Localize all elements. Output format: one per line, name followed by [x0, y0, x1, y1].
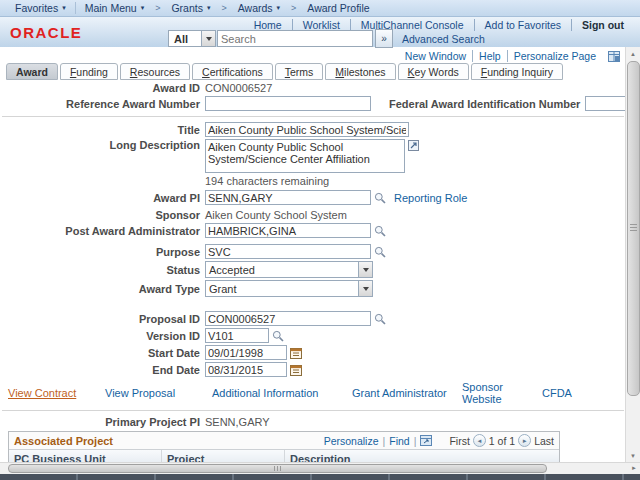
- main-header: ORACLE Home Worklist MultiChannel Consol…: [0, 17, 640, 47]
- end-date-label: End Date: [0, 364, 205, 376]
- add-to-favorites-link[interactable]: Add to Favorites: [475, 19, 572, 31]
- long-description-row: Long Description Aiken County Public Sch…: [0, 139, 626, 173]
- chevron-down-icon: ▾: [141, 4, 145, 12]
- personalize-page-link[interactable]: Personalize Page: [508, 50, 602, 62]
- help-link[interactable]: Help: [473, 50, 508, 62]
- version-id-input[interactable]: [205, 328, 269, 343]
- lookup-icon[interactable]: [374, 313, 386, 325]
- award-id-row: Award ID CON0006527: [0, 82, 626, 94]
- scroll-right-icon[interactable]: ►: [629, 463, 639, 473]
- status-select[interactable]: Accepted: [205, 261, 373, 278]
- vertical-scrollbar[interactable]: ▲ ▼: [625, 47, 640, 463]
- calendar-icon[interactable]: [290, 364, 302, 376]
- federal-award-id-label: Federal Award Identification Number: [371, 98, 585, 110]
- tab-bar: Award Funding Resources Certifications T…: [6, 63, 563, 80]
- version-id-label: Version ID: [0, 330, 205, 342]
- purpose-row: Purpose: [0, 244, 626, 259]
- view-contract-link[interactable]: View Contract: [8, 387, 76, 399]
- oracle-logo: ORACLE: [10, 24, 82, 41]
- personalize-link[interactable]: Personalize: [324, 435, 379, 447]
- divider: [2, 116, 624, 117]
- horizontal-scroll-thumb[interactable]: [8, 464, 547, 473]
- cfda-link[interactable]: CFDA: [542, 387, 572, 399]
- start-date-input[interactable]: [205, 345, 287, 360]
- tab-award[interactable]: Award: [6, 63, 58, 80]
- previous-page-icon[interactable]: ◄: [473, 434, 486, 447]
- chevron-down-icon: ▾: [277, 4, 281, 12]
- tab-resources[interactable]: Resources: [120, 63, 190, 80]
- breadcrumb-grants[interactable]: Grants ▾: [162, 2, 219, 14]
- sponsor-label: Sponsor: [0, 209, 205, 221]
- sponsor-website-link[interactable]: Sponsor Website: [462, 381, 503, 405]
- favorites-label: Favorites: [15, 2, 58, 14]
- award-pi-label: Award PI: [0, 192, 205, 204]
- award-profile-screen: Favorites ▾ Main Menu ▾ > Grants ▾ > Awa…: [0, 0, 640, 480]
- search-input[interactable]: [217, 30, 373, 47]
- tab-key-words[interactable]: Key Words: [398, 63, 469, 80]
- calendar-icon[interactable]: [290, 347, 302, 359]
- award-type-value: Grant: [206, 283, 358, 295]
- proposal-id-row: Proposal ID: [0, 311, 626, 326]
- lookup-icon[interactable]: [374, 246, 386, 258]
- reference-award-number-input[interactable]: [205, 96, 371, 111]
- tab-funding[interactable]: Funding: [60, 63, 118, 80]
- scroll-down-icon[interactable]: ▼: [627, 450, 639, 462]
- taskbar-strip: [0, 474, 640, 480]
- zoom-grid-icon[interactable]: [420, 435, 432, 446]
- tab-certifications[interactable]: Certifications: [192, 63, 273, 80]
- horizontal-scrollbar[interactable]: ►: [0, 462, 640, 474]
- divider: |: [413, 435, 418, 447]
- new-window-link[interactable]: New Window: [399, 50, 473, 62]
- personalize-grid-icon[interactable]: [602, 51, 620, 62]
- additional-information-link[interactable]: Additional Information: [212, 387, 318, 399]
- chevron-down-icon[interactable]: [358, 262, 372, 277]
- expand-icon[interactable]: [408, 140, 419, 151]
- sign-out-link[interactable]: Sign out: [572, 19, 634, 31]
- title-row: Title: [0, 122, 626, 137]
- first-label[interactable]: First: [449, 435, 469, 447]
- lookup-icon[interactable]: [272, 330, 284, 342]
- favorites-menu[interactable]: Favorites ▾: [6, 2, 76, 14]
- reporting-role-link[interactable]: Reporting Role: [394, 192, 467, 204]
- search-scope-select[interactable]: All: [168, 30, 216, 47]
- tab-milestones[interactable]: Milestones: [325, 63, 395, 80]
- title-input[interactable]: [205, 122, 409, 137]
- advanced-search-link[interactable]: Advanced Search: [402, 33, 485, 45]
- breadcrumb-awards[interactable]: Awards ▾: [229, 2, 289, 14]
- main-menu-label: Main Menu: [85, 2, 137, 14]
- sponsor-row: Sponsor Aiken County School System: [0, 209, 626, 221]
- proposal-id-input[interactable]: [205, 311, 371, 326]
- scroll-up-icon[interactable]: ▲: [627, 48, 639, 60]
- long-description-label: Long Description: [0, 139, 205, 151]
- grid-toolbar: Associated Project Personalize | Find | …: [9, 432, 559, 450]
- primary-project-pi-label: Primary Project PI: [0, 416, 205, 428]
- main-menu[interactable]: Main Menu ▾: [76, 2, 153, 14]
- lookup-icon[interactable]: [374, 192, 386, 204]
- vertical-scroll-thumb[interactable]: [627, 61, 640, 396]
- action-links-row: View Contract View Proposal Additional I…: [8, 381, 626, 405]
- last-label[interactable]: Last: [534, 435, 554, 447]
- purpose-input[interactable]: [205, 244, 371, 259]
- lookup-icon[interactable]: [374, 225, 386, 237]
- tab-funding-inquiry[interactable]: Funding Inquiry: [471, 63, 563, 80]
- tab-terms[interactable]: Terms: [275, 63, 324, 80]
- search-go-icon[interactable]: »: [375, 29, 393, 48]
- chevron-down-icon[interactable]: [201, 31, 215, 46]
- next-page-icon[interactable]: ►: [518, 434, 531, 447]
- version-id-row: Version ID: [0, 328, 626, 343]
- end-date-input[interactable]: [205, 362, 287, 377]
- award-id-value: CON0006527: [205, 82, 272, 94]
- post-award-admin-row: Post Award Administrator: [0, 223, 626, 238]
- search-bar: All » Advanced Search: [168, 29, 485, 48]
- award-type-select[interactable]: Grant: [205, 280, 373, 297]
- chevron-down-icon[interactable]: [358, 281, 372, 296]
- view-proposal-link[interactable]: View Proposal: [105, 387, 175, 399]
- award-pi-input[interactable]: [205, 190, 371, 205]
- find-link[interactable]: Find: [389, 435, 409, 447]
- long-description-textarea[interactable]: Aiken County Public School System/Scienc…: [205, 139, 405, 173]
- grant-administrator-link[interactable]: Grant Administrator: [352, 387, 447, 399]
- post-award-admin-input[interactable]: [205, 223, 371, 238]
- start-date-row: Start Date: [0, 345, 626, 360]
- sponsor-value: Aiken County School System: [205, 209, 347, 221]
- post-award-admin-label: Post Award Administrator: [0, 225, 205, 237]
